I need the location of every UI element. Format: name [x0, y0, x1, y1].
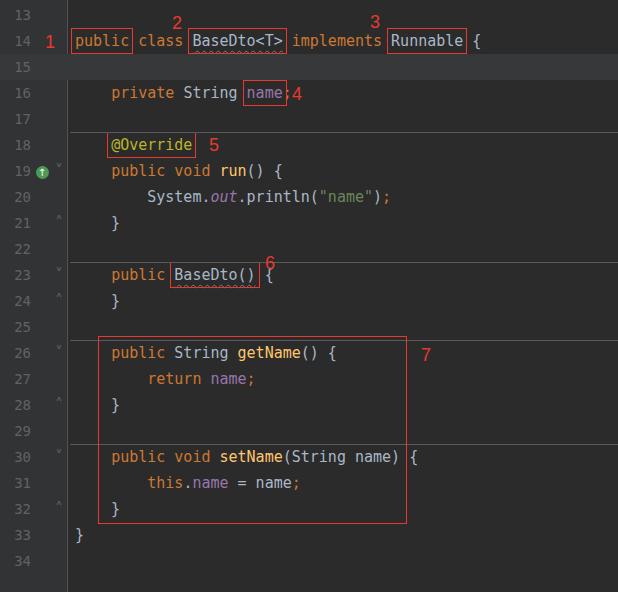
- token: {: [463, 32, 481, 50]
- fold-end-icon[interactable]: ˄: [50, 392, 68, 418]
- code-line-18[interactable]: 18 @Override: [0, 132, 618, 158]
- token: .println(: [238, 188, 319, 206]
- annotation-box-5: @Override: [111, 136, 192, 154]
- line-number[interactable]: 20: [0, 184, 34, 210]
- token: ): [373, 188, 382, 206]
- code-line-13[interactable]: 13: [0, 2, 618, 28]
- code-line-15[interactable]: 15: [0, 54, 618, 80]
- line-number[interactable]: 33: [0, 522, 34, 548]
- token: [229, 344, 238, 362]
- line-number[interactable]: 23: [0, 262, 34, 288]
- token: [75, 84, 111, 102]
- token: [129, 32, 138, 50]
- code-line-28[interactable]: 28˄ }: [0, 392, 618, 418]
- code-text: public void setName(String name) {: [75, 448, 418, 466]
- code-line-20[interactable]: 20 System.out.println("name");: [0, 184, 618, 210]
- code-line-24[interactable]: 24˄ }: [0, 288, 618, 314]
- token: [210, 162, 219, 180]
- code-text: @Override: [75, 136, 192, 154]
- line-number[interactable]: 19: [0, 158, 34, 184]
- code-line-22[interactable]: 22: [0, 236, 618, 262]
- annotation-box-4: name: [247, 84, 283, 102]
- token: String: [183, 84, 237, 102]
- line-number[interactable]: 26: [0, 340, 34, 366]
- code-line-29[interactable]: 29: [0, 418, 618, 444]
- fold-end-icon[interactable]: ˄: [50, 210, 68, 236]
- token: implements: [292, 32, 382, 50]
- line-number[interactable]: 15: [0, 54, 34, 80]
- line-number[interactable]: 16: [0, 80, 34, 106]
- line-number[interactable]: 31: [0, 470, 34, 496]
- line-number[interactable]: 28: [0, 392, 34, 418]
- token: [165, 344, 174, 362]
- token: public void: [111, 448, 210, 466]
- line-number[interactable]: 25: [0, 314, 34, 340]
- code-text: }: [75, 396, 120, 414]
- token: setName: [220, 448, 283, 466]
- token: [75, 474, 147, 492]
- fold-start-icon[interactable]: ˅: [50, 262, 68, 288]
- token: (String name) {: [283, 448, 418, 466]
- line-number[interactable]: 27: [0, 366, 34, 392]
- fold-start-icon[interactable]: ˅: [50, 340, 68, 366]
- code-line-16[interactable]: 16 private String name;: [0, 80, 618, 106]
- fold-end-icon[interactable]: ˄: [50, 288, 68, 314]
- line-number[interactable]: 22: [0, 236, 34, 262]
- line-number[interactable]: 14: [0, 28, 34, 54]
- token: ;: [283, 84, 292, 102]
- line-number[interactable]: 17: [0, 106, 34, 132]
- fold-start-icon[interactable]: ˅: [50, 444, 68, 470]
- line-number[interactable]: 21: [0, 210, 34, 236]
- code-line-25[interactable]: 25: [0, 314, 618, 340]
- code-text: System.out.println("name");: [75, 188, 391, 206]
- code-line-34[interactable]: 34: [0, 548, 618, 574]
- token: [75, 136, 111, 154]
- token: name: [210, 370, 246, 388]
- annotation-box-6: BaseDto(): [174, 266, 255, 284]
- fold-end-icon[interactable]: ˄: [50, 496, 68, 522]
- token: public: [111, 344, 165, 362]
- token: }: [75, 526, 84, 544]
- token: System.: [75, 188, 210, 206]
- code-editor: 1314public class BaseDto<T> implements R…: [0, 0, 618, 592]
- token: public void: [111, 162, 210, 180]
- line-number[interactable]: 13: [0, 2, 34, 28]
- code-text: public BaseDto() {: [75, 266, 274, 284]
- line-number[interactable]: 30: [0, 444, 34, 470]
- code-line-19[interactable]: 19↑˅ public void run() {: [0, 158, 618, 184]
- fold-start-icon[interactable]: ˅: [50, 158, 68, 184]
- code-line-17[interactable]: 17: [0, 106, 618, 132]
- line-number[interactable]: 18: [0, 132, 34, 158]
- line-number[interactable]: 29: [0, 418, 34, 444]
- token: public: [111, 266, 165, 284]
- line-number[interactable]: 34: [0, 548, 34, 574]
- token: () {: [301, 344, 337, 362]
- line-number[interactable]: 32: [0, 496, 34, 522]
- token: this: [147, 474, 183, 492]
- code-text: private String name;: [75, 84, 292, 102]
- token: ;: [247, 370, 256, 388]
- code-text: }: [75, 500, 120, 518]
- code-line-30[interactable]: 30˅ public void setName(String name) {: [0, 444, 618, 470]
- code-text: public String getName() {: [75, 344, 337, 362]
- code-line-23[interactable]: 23˅ public BaseDto() {: [0, 262, 618, 288]
- override-gutter-icon[interactable]: ↑: [34, 158, 50, 184]
- token: out: [210, 188, 237, 206]
- code-line-26[interactable]: 26˅ public String getName() {: [0, 340, 618, 366]
- code-line-21[interactable]: 21˄ }: [0, 210, 618, 236]
- code-text: }: [75, 214, 120, 232]
- token: ;: [292, 474, 301, 492]
- token: }: [75, 396, 120, 414]
- code-line-31[interactable]: 31 this.name = name;: [0, 470, 618, 496]
- code-area[interactable]: 1314public class BaseDto<T> implements R…: [0, 0, 618, 574]
- token: [75, 370, 147, 388]
- token: return: [147, 370, 201, 388]
- line-number[interactable]: 24: [0, 288, 34, 314]
- token: "name": [319, 188, 373, 206]
- token: [283, 32, 292, 50]
- code-line-14[interactable]: 14public class BaseDto<T> implements Run…: [0, 28, 618, 54]
- code-line-27[interactable]: 27 return name;: [0, 366, 618, 392]
- token: [165, 266, 174, 284]
- code-line-32[interactable]: 32˄ }: [0, 496, 618, 522]
- code-line-33[interactable]: 33}: [0, 522, 618, 548]
